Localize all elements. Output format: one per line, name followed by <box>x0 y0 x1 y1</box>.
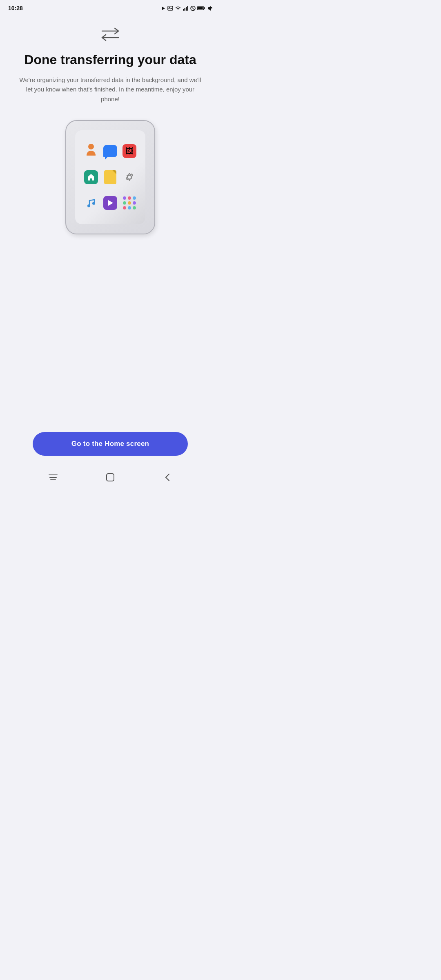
play-status-icon <box>160 6 166 11</box>
svg-point-21 <box>87 205 90 207</box>
app-icon-dots <box>122 196 136 210</box>
app-icon-music <box>84 196 98 210</box>
app-icon-file <box>102 169 118 185</box>
svg-point-22 <box>92 202 95 205</box>
svg-marker-17 <box>87 174 95 180</box>
status-icons <box>160 6 212 11</box>
nav-home-button[interactable] <box>104 471 117 484</box>
button-area: Go to the Home screen <box>0 432 220 464</box>
battery-status-icon <box>197 6 205 11</box>
svg-rect-11 <box>198 7 203 9</box>
wifi-status-icon <box>175 6 181 11</box>
status-bar: 10:28 <box>0 0 220 15</box>
app-icon-chat <box>102 143 118 159</box>
svg-rect-3 <box>183 9 184 11</box>
svg-marker-0 <box>162 7 165 10</box>
go-to-home-screen-button[interactable]: Go to the Home screen <box>33 432 188 456</box>
svg-rect-5 <box>186 7 187 11</box>
mute-status-icon <box>207 6 212 11</box>
phone-illustration <box>65 120 155 234</box>
dnd-status-icon <box>190 6 196 11</box>
phone-screen <box>75 130 145 224</box>
svg-rect-1 <box>168 6 173 10</box>
app-icon-home <box>83 169 99 185</box>
transfer-arrows-icon <box>100 27 120 42</box>
transfer-icon-container <box>100 27 120 42</box>
svg-rect-4 <box>185 8 186 11</box>
status-time: 10:28 <box>8 5 23 11</box>
nav-bar <box>0 464 220 490</box>
svg-marker-12 <box>208 6 211 11</box>
image-status-icon <box>167 6 173 11</box>
page-title: Done transferring your data <box>24 51 196 68</box>
app-icon-person <box>83 143 99 159</box>
svg-rect-10 <box>204 7 205 9</box>
main-content: Done transferring your data We're organi… <box>0 15 220 432</box>
svg-line-8 <box>192 7 195 10</box>
svg-marker-23 <box>108 200 113 206</box>
app-icon-photo <box>122 143 137 159</box>
nav-recent-apps-button[interactable] <box>47 471 60 484</box>
signal-status-icon <box>183 6 189 11</box>
app-icon-settings <box>122 170 136 184</box>
app-icon-video <box>102 195 118 211</box>
nav-back-button[interactable] <box>161 471 174 484</box>
svg-point-20 <box>128 176 131 178</box>
svg-rect-6 <box>187 6 189 11</box>
page-subtitle: We're organizing your transferred data i… <box>16 75 204 104</box>
svg-rect-27 <box>107 474 114 481</box>
